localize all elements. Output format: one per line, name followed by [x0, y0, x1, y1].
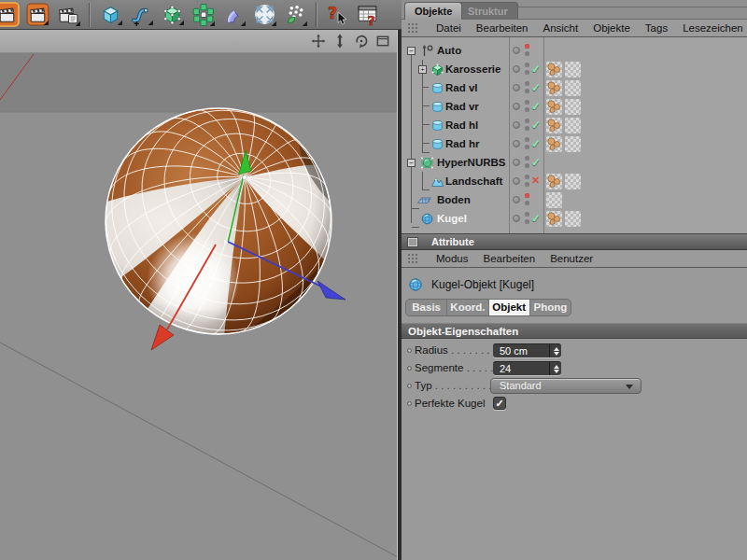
object-label[interactable]: Auto — [437, 45, 461, 56]
collapse-expander-icon[interactable]: − — [407, 47, 416, 55]
deformer-icon[interactable] — [220, 2, 247, 28]
enabled-check-icon[interactable]: ✓ — [531, 156, 541, 169]
tab-objekt[interactable]: Objekt — [489, 300, 530, 315]
object-row-rad-hl[interactable]: Rad hl ✓ — [402, 116, 747, 134]
layer-dot[interactable] — [513, 140, 520, 147]
render-visibility-dot[interactable] — [525, 51, 529, 56]
object-row-hypernurbs[interactable]: − HyperNURBS ✓ — [402, 153, 747, 172]
zoom-view-icon[interactable] — [332, 34, 347, 49]
layer-dot[interactable] — [513, 121, 520, 129]
menu-benutzer[interactable]: Benutzer — [550, 253, 593, 264]
object-label[interactable]: Karosserie — [445, 63, 500, 75]
drag-grip-icon[interactable] — [407, 22, 419, 34]
enabled-check-icon[interactable]: ✓ — [531, 212, 541, 225]
render-visibility-dot[interactable] — [525, 201, 529, 205]
object-row-karosserie[interactable]: + Karosserie ✓ — [402, 60, 747, 78]
tab-objekte[interactable]: Objekte — [404, 2, 462, 20]
menu-modus[interactable]: Modus — [436, 253, 469, 264]
editor-visibility-dot[interactable] — [525, 137, 529, 142]
enabled-check-icon[interactable]: ✓ — [531, 100, 541, 113]
object-label[interactable]: Rad vl — [445, 82, 478, 93]
layer-dot[interactable] — [513, 177, 520, 185]
keyframe-dot-icon[interactable] — [407, 348, 412, 353]
phong-tag-icon[interactable] — [546, 211, 562, 227]
editor-visibility-dot[interactable] — [525, 212, 529, 217]
layer-dot[interactable] — [513, 159, 520, 166]
array-object-icon[interactable] — [190, 2, 217, 28]
help-icon[interactable]: ? — [324, 2, 351, 28]
segmente-value[interactable]: 24 — [500, 362, 549, 375]
rotate-view-icon[interactable] — [354, 34, 369, 49]
layer-dot[interactable] — [513, 47, 520, 54]
layer-dot[interactable] — [513, 196, 520, 203]
radius-value[interactable]: 50 cm — [500, 344, 549, 357]
menu-ansicht[interactable]: Ansicht — [543, 22, 578, 34]
phong-tag-icon[interactable] — [546, 136, 562, 152]
menu-datei[interactable]: Datei — [436, 22, 461, 34]
render-visibility-dot[interactable] — [525, 145, 529, 149]
tab-koord[interactable]: Koord. — [447, 300, 488, 315]
typ-dropdown[interactable]: Standard — [490, 378, 641, 394]
object-row-rad-vl[interactable]: Rad vl ✓ — [402, 78, 747, 97]
material-tag-icon[interactable] — [565, 99, 581, 115]
phong-tag-icon[interactable] — [546, 118, 562, 133]
editor-visibility-dot[interactable] — [525, 44, 529, 49]
hypernurbs-icon[interactable] — [159, 2, 186, 28]
stepper-icon[interactable] — [549, 362, 561, 375]
layer-dot[interactable] — [513, 103, 520, 110]
enabled-check-icon[interactable]: ✓ — [531, 81, 541, 94]
layer-dot[interactable] — [513, 215, 520, 222]
keyframe-dot-icon[interactable] — [407, 401, 412, 406]
layer-dot[interactable] — [513, 65, 520, 73]
material-tag-icon[interactable] — [565, 174, 581, 189]
editor-visibility-dot[interactable] — [525, 193, 529, 198]
editor-visibility-dot[interactable] — [525, 156, 529, 161]
stepper-icon[interactable] — [549, 344, 561, 357]
section-header[interactable]: Objekt-Eigenschaften — [402, 323, 747, 339]
disabled-cross-icon[interactable]: ✕ — [531, 175, 540, 187]
perfekte-kugel-checkbox[interactable]: ✓ — [493, 397, 506, 410]
render-picture-viewer-icon[interactable] — [24, 2, 51, 28]
render-settings-icon[interactable] — [55, 2, 82, 28]
enabled-check-icon[interactable]: ✓ — [531, 137, 541, 150]
move-view-icon[interactable] — [311, 34, 326, 49]
menu-lesezeichen[interactable]: Lesezeichen — [683, 22, 743, 34]
enabled-check-icon[interactable]: ✓ — [531, 63, 541, 76]
object-row-rad-hr[interactable]: Rad hr ✓ — [402, 134, 747, 153]
viewport-canvas[interactable] — [0, 53, 400, 560]
enabled-check-icon[interactable]: ✓ — [531, 119, 541, 132]
tab-phong[interactable]: Phong — [530, 300, 571, 315]
drag-grip-icon[interactable] — [407, 253, 419, 264]
keyframe-dot-icon[interactable] — [407, 366, 412, 371]
material-tag-icon[interactable] — [565, 80, 581, 96]
maximize-view-icon[interactable] — [375, 34, 390, 49]
palette-help-icon[interactable]: ? — [355, 2, 382, 28]
object-label[interactable]: Boden — [437, 194, 471, 205]
material-tag-icon[interactable] — [565, 136, 581, 152]
editor-visibility-dot[interactable] — [525, 175, 529, 179]
phong-tag-icon[interactable] — [546, 80, 562, 96]
object-label[interactable]: Kugel — [437, 213, 467, 224]
material-tag-icon[interactable] — [565, 118, 581, 133]
material-tag-icon[interactable] — [546, 192, 562, 208]
phong-tag-icon[interactable] — [546, 62, 562, 77]
render-visibility-dot[interactable] — [525, 163, 529, 168]
editor-visibility-dot[interactable] — [525, 119, 529, 123]
attribute-manager-titlebar[interactable]: Attribute — [402, 233, 747, 250]
primitive-cube-icon[interactable] — [97, 2, 124, 28]
particles-icon[interactable] — [282, 2, 309, 28]
render-visibility-dot[interactable] — [525, 70, 529, 75]
object-row-rad-vr[interactable]: Rad vr ✓ — [402, 97, 747, 116]
material-tag-icon[interactable] — [565, 211, 581, 227]
tab-basis[interactable]: Basis — [406, 300, 447, 315]
object-label[interactable]: Rad vr — [445, 101, 479, 112]
menu-objekte[interactable]: Objekte — [593, 22, 630, 34]
collapse-expander-icon[interactable]: − — [407, 159, 416, 167]
layer-dot[interactable] — [513, 84, 520, 91]
segmente-field[interactable]: 24 — [493, 361, 561, 375]
phong-tag-icon[interactable] — [546, 99, 562, 115]
keyframe-dot-icon[interactable] — [407, 384, 412, 388]
render-visibility-dot[interactable] — [525, 126, 529, 131]
spline-icon[interactable] — [128, 2, 155, 28]
render-visibility-dot[interactable] — [525, 89, 529, 93]
